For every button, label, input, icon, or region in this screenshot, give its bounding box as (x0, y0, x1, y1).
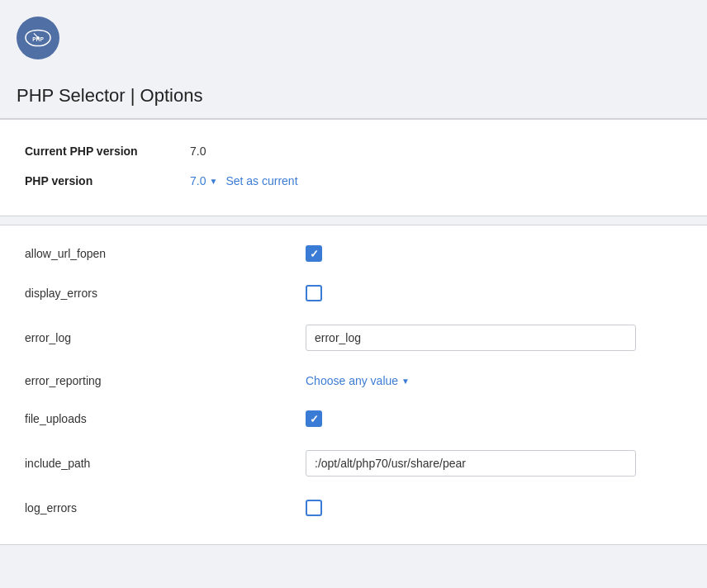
current-php-label: Current PHP version (25, 145, 190, 158)
checkbox-allow_url_fopen[interactable] (306, 245, 322, 262)
text-input-error_log[interactable] (306, 325, 636, 351)
version-value: 7.0 (190, 174, 206, 187)
option-label-log_errors: log_errors (25, 501, 306, 514)
svg-text:PHP: PHP (32, 36, 44, 42)
version-section: Current PHP version 7.0 PHP version 7.0 … (0, 120, 707, 216)
option-row: include_path (25, 439, 682, 488)
option-control-include_path (306, 450, 636, 477)
chevron-down-icon: ▼ (401, 377, 410, 386)
checkbox-file_uploads[interactable] (306, 410, 322, 427)
chevron-down-icon: ▼ (209, 177, 217, 186)
php-version-control: 7.0 ▼ Set as current (190, 174, 298, 187)
version-dropdown[interactable]: 7.0 ▼ (190, 174, 217, 187)
option-row: error_log (25, 313, 682, 363)
version-card: Current PHP version 7.0 PHP version 7.0 … (0, 119, 707, 216)
option-row: log_errors (25, 488, 682, 528)
current-php-row: Current PHP version 7.0 (25, 136, 682, 166)
option-label-allow_url_fopen: allow_url_fopen (25, 247, 306, 260)
current-php-value: 7.0 (190, 145, 206, 158)
page-title: PHP Selector | Options (0, 85, 707, 118)
option-row: error_reportingChoose any value▼ (25, 363, 682, 399)
option-control-error_log (306, 325, 636, 351)
option-control-log_errors (306, 500, 322, 516)
option-label-error_reporting: error_reporting (25, 374, 306, 387)
option-control-file_uploads (306, 410, 322, 427)
option-control-allow_url_fopen (306, 245, 322, 262)
option-label-include_path: include_path (25, 457, 306, 470)
page-header: PHP (0, 0, 707, 72)
option-label-file_uploads: file_uploads (25, 412, 306, 425)
option-label-error_log: error_log (25, 331, 306, 344)
php-version-label: PHP version (25, 174, 190, 187)
php-logo: PHP (17, 17, 59, 59)
php-version-row: PHP version 7.0 ▼ Set as current (25, 166, 682, 196)
option-row: allow_url_fopen (25, 234, 682, 273)
option-control-error_reporting: Choose any value▼ (306, 374, 410, 387)
option-label-display_errors: display_errors (25, 287, 306, 300)
checkbox-display_errors[interactable] (306, 285, 322, 301)
dropdown-error_reporting[interactable]: Choose any value▼ (306, 374, 410, 387)
dropdown-label: Choose any value (306, 374, 398, 387)
option-row: file_uploads (25, 399, 682, 439)
options-card: allow_url_fopendisplay_errorserror_loger… (0, 225, 707, 545)
option-row: display_errors (25, 273, 682, 313)
set-as-current-button[interactable]: Set as current (225, 174, 297, 187)
option-control-display_errors (306, 285, 322, 301)
text-input-include_path[interactable] (306, 450, 636, 477)
checkbox-log_errors[interactable] (306, 500, 322, 516)
